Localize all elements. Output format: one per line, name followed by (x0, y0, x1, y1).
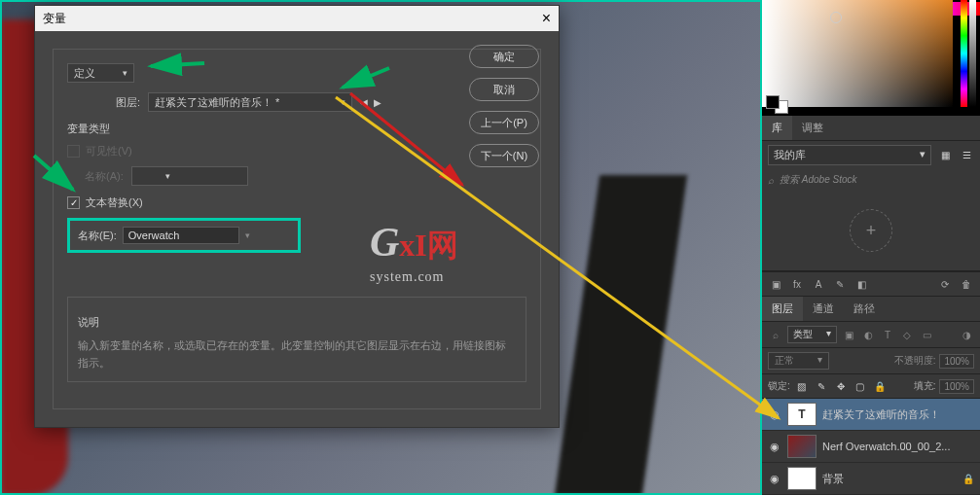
library-dropdown[interactable]: 我的库 ▾ (768, 145, 931, 165)
filter-adjust-icon[interactable]: ◐ (860, 327, 876, 342)
ok-button[interactable]: 确定 (469, 45, 539, 68)
checkbox-icon (67, 145, 80, 158)
layer-item-text[interactable]: ◉ T 赶紧关了这难听的音乐！ (762, 399, 980, 431)
search-icon[interactable]: ⌕ (768, 327, 783, 342)
layer-thumb-image (787, 435, 817, 458)
name-e-input[interactable] (123, 227, 239, 244)
next-button[interactable]: 下一个(N) (469, 144, 539, 167)
library-action-row: ▣ fx A ✎ ◧ ⟳ 🗑 (762, 271, 980, 297)
description-box: 说明 输入新变量的名称，或选取已存在的变量。此变量控制的其它图层显示在右边，用链… (67, 297, 526, 382)
trash-icon[interactable]: 🗑 (959, 276, 974, 292)
name-a-label: 名称(A): (85, 169, 124, 184)
tab-adjustments[interactable]: 调整 (792, 116, 833, 140)
description-title: 说明 (78, 315, 516, 330)
lock-position-icon[interactable]: ✥ (833, 378, 849, 394)
right-panel: 库 调整 我的库 ▾ ▦ ☰ ⌕ 搜索 Adobe Stock + ▣ fx A… (762, 0, 980, 495)
text-replace-label: 文本替换(X) (86, 195, 143, 210)
tab-channels[interactable]: 通道 (803, 297, 844, 321)
lock-all-icon[interactable]: 🔒 (872, 378, 888, 394)
text-replace-checkbox[interactable]: ✓ 文本替换(X) (67, 195, 526, 210)
search-placeholder[interactable]: 搜索 Adobe Stock (780, 173, 856, 187)
fg-bg-swatch[interactable] (766, 95, 788, 114)
search-icon: ⌕ (768, 175, 774, 186)
fx-icon[interactable]: fx (789, 276, 805, 292)
filter-text-icon[interactable]: T (880, 327, 895, 342)
chevron-down-icon: ▾ (165, 171, 170, 181)
chevron-down-icon: ▾ (341, 97, 345, 107)
list-view-icon[interactable]: ☰ (959, 148, 974, 163)
filter-kind-dropdown[interactable]: 类型▾ (787, 326, 837, 343)
define-dropdown[interactable]: 定义 ▾ (67, 63, 134, 83)
filter-image-icon[interactable]: ▣ (841, 327, 856, 342)
layer-name: Nerf Overwatch.00_00_2... (822, 441, 950, 452)
next-arrow-icon[interactable]: ▶ (374, 97, 381, 108)
name-e-label: 名称(E): (78, 229, 117, 243)
image-icon[interactable]: ▣ (768, 276, 783, 292)
chevron-down-icon: ▾ (920, 148, 926, 162)
variable-type-label: 变量类型 (67, 122, 526, 136)
text-style-icon[interactable]: A (811, 276, 826, 292)
add-library-item[interactable]: + (850, 209, 892, 252)
blend-mode-dropdown[interactable]: 正常▾ (768, 352, 829, 370)
chevron-down-icon[interactable]: ▾ (245, 230, 250, 240)
variables-dialog: 变量 × 定义 ▾ 图层: 赶紧关了这难听的音乐！ * ▾ ◀ ▶ (34, 5, 560, 428)
layer-name: 赶紧关了这难听的音乐！ (822, 407, 940, 422)
lock-label: 锁定: (768, 379, 790, 393)
visibility-label: 可见性(V) (86, 144, 132, 159)
filter-shape-icon[interactable]: ◇ (899, 327, 915, 342)
eye-icon[interactable]: ◉ (768, 441, 781, 453)
color-sample-ring[interactable] (830, 12, 842, 23)
tab-library[interactable]: 库 (762, 116, 792, 140)
opacity-value[interactable]: 100% (939, 354, 974, 369)
layer-item-background[interactable]: ◉ 背景 🔒 (762, 463, 980, 495)
name-e-highlight: 名称(E): ▾ (67, 218, 301, 253)
layer-name: 背景 (822, 472, 844, 486)
opacity-label: 不透明度: (894, 354, 936, 368)
eye-icon[interactable]: ◉ (768, 473, 781, 485)
lock-icon: 🔒 (962, 474, 974, 484)
grid-view-icon[interactable]: ▦ (937, 148, 953, 163)
cancel-button[interactable]: 取消 (469, 78, 539, 101)
brush-icon[interactable]: ✎ (832, 276, 848, 292)
name-a-dropdown: ▾ (131, 166, 248, 186)
eye-icon[interactable]: ◉ (768, 408, 781, 421)
sync-icon[interactable]: ⟳ (937, 276, 953, 292)
layer-value: 赶紧关了这难听的音乐！ * (155, 95, 279, 110)
layer-label: 图层: (116, 95, 140, 110)
layer-dropdown[interactable]: 赶紧关了这难听的音乐！ * ▾ (148, 92, 352, 112)
hue-slider[interactable] (961, 0, 967, 107)
lock-pixel-icon[interactable]: ✎ (814, 378, 829, 394)
tab-paths[interactable]: 路径 (844, 297, 885, 321)
tab-layers[interactable]: 图层 (762, 297, 803, 321)
lock-artboard-icon[interactable]: ▢ (853, 378, 868, 394)
dialog-title: 变量 (43, 11, 66, 27)
visibility-checkbox[interactable]: 可见性(V) (67, 144, 526, 159)
value-slider[interactable] (969, 0, 976, 107)
chevron-down-icon: ▾ (123, 68, 127, 78)
layer-thumb-text: T (787, 403, 817, 426)
prev-button[interactable]: 上一个(P) (469, 111, 539, 134)
filter-smart-icon[interactable]: ▭ (919, 327, 934, 342)
layer-item-video[interactable]: ◉ Nerf Overwatch.00_00_2... (762, 431, 980, 463)
fill-value[interactable]: 100% (939, 379, 974, 394)
layer-thumb-bg (787, 467, 817, 490)
checkbox-checked-icon: ✓ (67, 196, 80, 209)
dialog-titlebar: 变量 × (35, 6, 559, 31)
filter-toggle-icon[interactable]: ◑ (959, 327, 974, 342)
close-icon[interactable]: × (542, 10, 551, 27)
mylib-label: 我的库 (774, 148, 806, 162)
description-text: 输入新变量的名称，或选取已存在的变量。此变量控制的其它图层显示在右边，用链接图标… (78, 337, 516, 371)
lock-transparent-icon[interactable]: ▨ (794, 378, 810, 394)
prev-arrow-icon[interactable]: ◀ (360, 97, 368, 108)
define-label: 定义 (74, 66, 95, 81)
library-content: + (762, 191, 980, 271)
color-picker-panel[interactable] (762, 0, 980, 116)
fill-label: 填充: (914, 379, 936, 393)
swatch-icon[interactable]: ◧ (853, 276, 869, 292)
